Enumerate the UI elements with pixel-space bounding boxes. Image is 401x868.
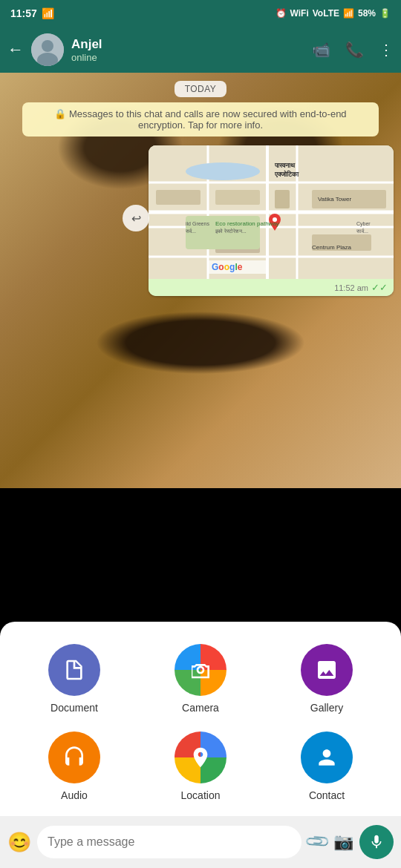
svg-text:सर्व...: सर्व...	[185, 228, 196, 234]
svg-text:सार्व...: सार्व...	[356, 228, 368, 234]
read-receipt: ✓✓	[371, 282, 388, 293]
location-icon-circle	[175, 731, 226, 783]
encryption-notice[interactable]: 🔒 Messages to this chat and calls are no…	[22, 102, 379, 137]
mic-button[interactable]	[359, 825, 394, 859]
audio-icon-circle	[48, 731, 100, 783]
attach-audio[interactable]: Audio	[15, 731, 134, 801]
menu-button[interactable]: ⋮	[379, 41, 394, 59]
date-label: TODAY	[175, 81, 227, 97]
contact-label: Contact	[309, 789, 345, 801]
back-button[interactable]: ←	[7, 40, 24, 59]
time-display: 11:57	[10, 7, 37, 19]
chat-content: TODAY 🔒 Messages to this chat and calls …	[0, 73, 401, 488]
attachment-panel: Document Camera Gallery	[0, 622, 401, 816]
map-bubble[interactable]: Google पास्वनाथ एक्जोटिका Eco restoratio…	[149, 145, 394, 296]
attach-button[interactable]: 📎	[304, 828, 331, 855]
contact-info[interactable]: Anjel online	[71, 37, 304, 63]
svg-rect-11	[215, 190, 260, 205]
date-badge: TODAY	[7, 82, 394, 95]
map-message: ↩	[7, 145, 394, 296]
status-time: 11:57 📶	[10, 7, 54, 19]
video-call-button[interactable]: 📹	[312, 41, 330, 59]
svg-point-1	[42, 40, 53, 52]
svg-text:Centrum Plaza: Centrum Plaza	[312, 244, 351, 251]
encryption-text: 🔒 Messages to this chat and calls are no…	[54, 108, 346, 131]
attach-camera[interactable]: Camera	[141, 644, 260, 714]
map-thumbnail: Google पास्वनाथ एक्जोटिका Eco restoratio…	[149, 145, 394, 279]
attach-gallery[interactable]: Gallery	[267, 644, 386, 714]
forward-button[interactable]: ↩	[123, 205, 149, 231]
svg-rect-12	[275, 190, 290, 208]
camera-input-button[interactable]: 📷	[333, 832, 353, 852]
signal-label: VoLTE	[313, 8, 339, 19]
alarm-icon: ⏰	[276, 8, 287, 19]
chat-background: TODAY 🔒 Messages to this chat and calls …	[0, 73, 401, 488]
audio-label: Audio	[61, 789, 88, 801]
message-input-bar: 😊 📎 📷	[0, 816, 401, 868]
svg-text:इको रेस्टोरेशन...: इको रेस्टोरेशन...	[215, 228, 247, 234]
document-icon-circle	[48, 644, 100, 696]
status-bar: 11:57 📶 ⏰ WiFi VoLTE 📶 58% 🔋	[0, 0, 401, 27]
sim-icon: 📶	[42, 7, 54, 19]
chat-header: ← Anjel online 📹 📞 ⋮	[0, 27, 401, 73]
svg-rect-14	[156, 190, 200, 205]
attachment-grid: Document Camera Gallery	[15, 644, 386, 801]
document-label: Document	[50, 702, 98, 714]
camera-label: Camera	[182, 702, 219, 714]
svg-text:ild Greens: ild Greens	[186, 221, 209, 226]
svg-text:Eco restoration pathway: Eco restoration pathway	[215, 220, 279, 227]
contact-icon-circle	[301, 731, 353, 783]
camera-icon-circle	[175, 644, 226, 696]
avatar[interactable]	[31, 33, 64, 66]
message-time: 11:52 am	[334, 283, 368, 292]
battery-label: 58%	[358, 8, 376, 19]
svg-point-17	[186, 162, 260, 180]
attach-document[interactable]: Document	[15, 644, 134, 714]
gallery-icon-circle	[301, 644, 353, 696]
attach-contact[interactable]: Contact	[267, 731, 386, 801]
contact-status: online	[71, 52, 304, 63]
svg-text:पास्वनाथ: पास्वनाथ	[274, 162, 296, 169]
emoji-button[interactable]: 😊	[7, 831, 31, 854]
svg-text:Google: Google	[212, 262, 243, 272]
voice-call-button[interactable]: 📞	[345, 41, 364, 59]
status-icons: ⏰ WiFi VoLTE 📶 58% 🔋	[276, 8, 391, 19]
message-input[interactable]	[37, 826, 301, 858]
attach-location[interactable]: Location	[141, 731, 260, 801]
svg-text:Vatika Tower: Vatika Tower	[318, 196, 351, 203]
location-label: Location	[181, 789, 221, 801]
map-footer: 11:52 am ✓✓	[149, 279, 394, 296]
wifi-icon: WiFi	[290, 8, 309, 19]
contact-name: Anjel	[71, 37, 304, 52]
battery-icon: 🔋	[379, 8, 391, 19]
header-actions: 📹 📞 ⋮	[312, 41, 394, 59]
svg-text:Cyber: Cyber	[356, 221, 371, 227]
gallery-label: Gallery	[310, 702, 343, 714]
svg-text:एक्जोटिका: एक्जोटिका	[274, 170, 299, 178]
network-icon: 📶	[343, 8, 354, 19]
